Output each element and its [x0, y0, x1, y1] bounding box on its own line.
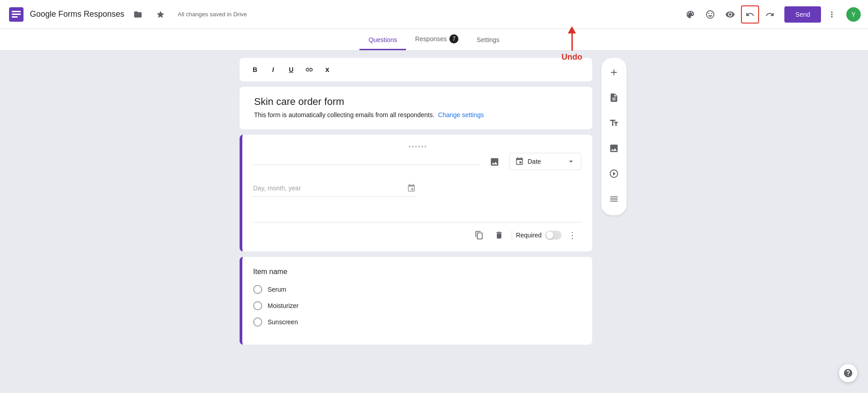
- svg-rect-1: [12, 11, 21, 12]
- sidebar-tools: [601, 58, 627, 215]
- left-spacer: [0, 51, 240, 393]
- form-info-card: Skin care order form This form is automa…: [240, 87, 592, 129]
- question-card-actions: Required ⋮: [253, 222, 581, 244]
- more-question-options-button[interactable]: ⋮: [563, 226, 581, 244]
- preview-button[interactable]: [721, 5, 739, 24]
- option-moisturizer: Moisturizer: [253, 301, 581, 310]
- vertical-divider: [512, 230, 512, 241]
- toggle-knob: [546, 232, 553, 239]
- bold-button[interactable]: B: [247, 62, 263, 78]
- date-question-card: Date Date Day, month, year: [240, 135, 592, 251]
- question-row: Date Date: [253, 153, 581, 171]
- form-content: B I U x Skin care order form This form i…: [240, 51, 592, 393]
- right-spacer: [628, 51, 868, 393]
- formatting-toolbar: B I U x: [240, 58, 592, 81]
- form-title: Skin care order form: [254, 96, 578, 108]
- add-title-tool[interactable]: [603, 112, 625, 134]
- tab-responses[interactable]: Responses 7: [406, 29, 467, 50]
- delete-question-button[interactable]: [490, 226, 508, 244]
- required-toggle[interactable]: [545, 231, 561, 240]
- header-right: Send Y: [681, 5, 861, 24]
- link-button[interactable]: [301, 62, 317, 78]
- form-description-line: This form is automatically collecting em…: [254, 111, 578, 118]
- add-question-tool[interactable]: [603, 62, 625, 83]
- responses-badge: 7: [449, 34, 458, 43]
- header-left: Google Forms Responses All changes saved…: [7, 5, 681, 24]
- tabs-bar: Questions Responses 7 Settings: [0, 29, 868, 51]
- right-sidebar: [599, 51, 628, 393]
- more-options-button[interactable]: [823, 5, 841, 24]
- radio-circle-serum: [253, 285, 262, 294]
- option-serum: Serum: [253, 285, 581, 294]
- change-settings-link[interactable]: Change settings: [438, 111, 484, 118]
- svg-rect-2: [12, 14, 21, 15]
- undo-button[interactable]: [741, 5, 759, 24]
- app-header: Google Forms Responses All changes saved…: [0, 0, 868, 29]
- item-name-question-card: Item name Serum Moisturizer Sunscreen: [240, 257, 592, 345]
- add-image-tool[interactable]: [603, 137, 625, 159]
- star-button[interactable]: [151, 5, 170, 24]
- avatar[interactable]: Y: [846, 7, 861, 22]
- option-sunscreen: Sunscreen: [253, 317, 581, 327]
- redo-button[interactable]: [761, 5, 779, 24]
- svg-rect-3: [12, 16, 18, 18]
- add-video-tool[interactable]: [603, 163, 625, 185]
- add-image-to-question-button[interactable]: [486, 153, 504, 171]
- main-content: B I U x Skin care order form This form i…: [0, 51, 868, 393]
- add-section-tool[interactable]: [603, 188, 625, 210]
- emoji-button[interactable]: [701, 5, 719, 24]
- folder-button[interactable]: [129, 5, 147, 24]
- palette-button[interactable]: [681, 5, 699, 24]
- radio-circle-sunscreen: [253, 317, 262, 327]
- underline-button[interactable]: U: [283, 62, 299, 78]
- duplicate-question-button[interactable]: [470, 226, 488, 244]
- radio-circle-moisturizer: [253, 301, 262, 310]
- drag-handle: [409, 146, 426, 147]
- item-question-title: Item name: [253, 268, 581, 276]
- saved-status: All changes saved in Drive: [178, 11, 247, 18]
- drag-handle-area: [253, 146, 581, 147]
- app-title: Google Forms Responses: [30, 9, 124, 19]
- date-input-preview: Day, month, year: [253, 180, 416, 197]
- tab-settings[interactable]: Settings: [467, 31, 509, 50]
- help-button[interactable]: [839, 364, 857, 382]
- tab-questions[interactable]: Questions: [359, 31, 406, 50]
- remove-format-button[interactable]: x: [319, 62, 335, 78]
- question-type-label: Date: [528, 158, 563, 165]
- app-icon: [7, 5, 25, 24]
- question-type-selector[interactable]: Date: [509, 153, 581, 170]
- italic-button[interactable]: I: [265, 62, 281, 78]
- send-button[interactable]: Send: [784, 6, 821, 23]
- question-title-input[interactable]: Date: [253, 153, 480, 165]
- required-section: Required: [516, 231, 561, 240]
- import-question-tool[interactable]: [603, 87, 625, 109]
